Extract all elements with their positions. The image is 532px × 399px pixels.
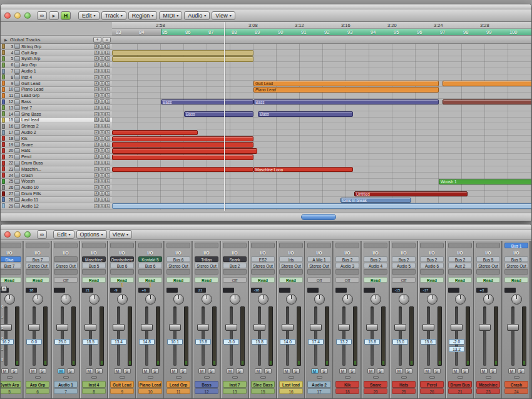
track-s-button[interactable]: S	[105, 93, 110, 98]
automation-mode[interactable]: Read	[251, 277, 275, 283]
output-slot[interactable]: Stereo Out	[476, 263, 500, 268]
send-slot[interactable]	[279, 243, 303, 248]
send-slot[interactable]	[307, 243, 331, 248]
region[interactable]	[442, 99, 532, 105]
automation-mode[interactable]: Read	[279, 277, 303, 283]
input-slot[interactable]: Bus 5	[476, 256, 500, 262]
fader-handle[interactable]	[422, 324, 434, 331]
track-m-button[interactable]: M	[100, 93, 105, 98]
track-header[interactable]: 12BassRMS	[1, 99, 112, 105]
track-s-button[interactable]: S	[105, 75, 110, 79]
track-m-button[interactable]: M	[100, 167, 105, 171]
track-r-button[interactable]: R	[94, 198, 99, 202]
fader-handle[interactable]	[225, 324, 237, 331]
output-slot[interactable]: Audio 5	[392, 263, 416, 268]
track-m-button[interactable]: M	[100, 56, 105, 61]
automation-mode[interactable]: Read	[364, 277, 387, 283]
channel-strip[interactable]: I/OIrisStereo OutRead14.0MSLast lead16	[277, 241, 305, 398]
mute-button[interactable]: M	[424, 368, 431, 374]
track-header[interactable]: 10Piano LeadRMS	[1, 87, 112, 93]
track-s-button[interactable]: S	[105, 118, 110, 122]
automation-mode[interactable]: Read	[195, 277, 218, 283]
channel-strip[interactable]: I/OBus 2Audio 4Read15.8MSSnare20	[362, 241, 389, 398]
link-icon[interactable]: ∞	[37, 230, 47, 239]
hide-tracks-button[interactable]: H	[61, 11, 71, 20]
mute-button[interactable]: M	[86, 368, 93, 374]
solo-button[interactable]: S	[518, 368, 525, 374]
track-s-button[interactable]: S	[105, 106, 110, 110]
pan-knob[interactable]	[145, 294, 156, 305]
channel-strip[interactable]: I/OA Mic 1Stereo OutOff17.4MSAudio 217	[305, 241, 333, 398]
region[interactable]	[112, 130, 198, 136]
region[interactable]	[112, 50, 253, 56]
menu-track[interactable]: Track▾	[101, 11, 126, 20]
track-r-button[interactable]: R	[94, 44, 99, 49]
track-m-button[interactable]: M	[100, 75, 105, 79]
track-m-button[interactable]: M	[100, 118, 105, 122]
track-s-button[interactable]: S	[105, 81, 110, 86]
input-slot[interactable]: Trilian	[195, 256, 218, 262]
group-slot[interactable]	[26, 269, 49, 275]
automation-mode[interactable]: Read	[504, 277, 528, 283]
track-m-button[interactable]: M	[100, 136, 105, 141]
pan-knob[interactable]	[117, 294, 128, 305]
horizontal-scrollbar[interactable]	[1, 213, 531, 221]
track-m-button[interactable]: M	[100, 63, 105, 67]
solo-button[interactable]: S	[320, 368, 328, 374]
pan-knob[interactable]	[342, 294, 353, 305]
track-s-button[interactable]: S	[105, 44, 110, 49]
pan-knob[interactable]	[258, 294, 269, 305]
track-s-button[interactable]: S	[105, 173, 110, 178]
output-slot[interactable]: Bus 2	[223, 263, 247, 268]
mute-button[interactable]: M	[58, 368, 65, 374]
pan-knob[interactable]	[455, 294, 466, 305]
group-slot[interactable]	[166, 269, 190, 275]
menu-midi[interactable]: MIDI▾	[159, 11, 182, 20]
fader-handle[interactable]	[338, 324, 350, 331]
input-slot[interactable]: Bus 2	[364, 256, 387, 262]
fader-handle[interactable]	[253, 324, 265, 331]
track-m-button[interactable]: M	[100, 185, 105, 189]
track-r-button[interactable]: R	[94, 106, 99, 110]
input-slot[interactable]	[54, 256, 78, 262]
close-button[interactable]	[4, 13, 11, 19]
track-m-button[interactable]: M	[100, 161, 105, 165]
global-tracks-row[interactable]: ▶ Global Tracks + ≡	[1, 36, 531, 44]
send-slot[interactable]	[364, 243, 387, 248]
output-slot[interactable]: Stereo Out	[26, 263, 49, 268]
region[interactable]: toms in break	[340, 198, 411, 203]
menu-edit[interactable]: Edit▾	[53, 230, 74, 239]
track-r-button[interactable]: R	[94, 130, 99, 134]
fader-handle[interactable]	[84, 324, 96, 331]
pan-knob[interactable]	[89, 294, 100, 305]
solo-button[interactable]: S	[208, 368, 215, 374]
automation-mode[interactable]: Read	[166, 277, 190, 283]
output-slot[interactable]: Stereo Out	[307, 263, 331, 268]
mute-button[interactable]: M	[480, 368, 488, 374]
input-slot[interactable]: Bus 6	[166, 256, 190, 262]
channel-strip[interactable]: I/OBus 2Audio 5Off-1515.0MSHats25	[390, 241, 417, 398]
send-slot[interactable]	[335, 243, 359, 248]
automation-mode[interactable]: Read	[26, 277, 49, 283]
solo-button[interactable]: S	[292, 368, 300, 374]
send-slot[interactable]	[26, 243, 49, 248]
track-s-button[interactable]: S	[105, 198, 110, 202]
group-slot[interactable]	[392, 269, 416, 275]
track-m-button[interactable]: M	[100, 124, 105, 128]
solo-button[interactable]: S	[95, 368, 103, 374]
group-slot[interactable]	[364, 269, 387, 275]
input-slot[interactable]: Bus 7	[26, 256, 49, 262]
track-r-button[interactable]: R	[94, 154, 99, 159]
track-s-button[interactable]: S	[105, 179, 110, 183]
track-r-button[interactable]: R	[94, 118, 99, 122]
scrollbar-thumb[interactable]	[301, 214, 336, 220]
track-header[interactable]: 27Drum FillsRMS	[1, 191, 112, 197]
group-slot[interactable]	[195, 269, 218, 275]
pan-knob[interactable]	[314, 294, 325, 305]
automation-mode[interactable]: Read	[448, 277, 472, 283]
track-s-button[interactable]: S	[105, 161, 110, 165]
output-slot[interactable]: Bus 5	[82, 263, 106, 268]
mute-button[interactable]: M	[142, 368, 150, 374]
output-slot[interactable]: Stereo Out	[166, 263, 190, 268]
group-slot[interactable]	[138, 269, 162, 275]
